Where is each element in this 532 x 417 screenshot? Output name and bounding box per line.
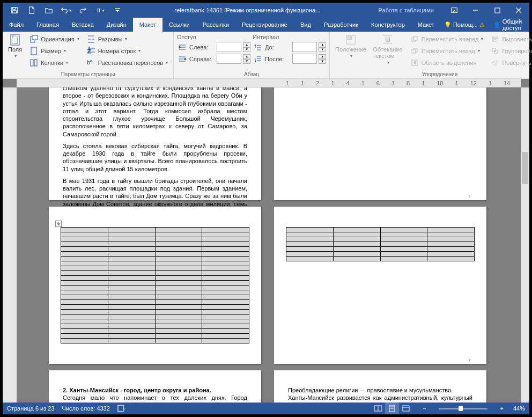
orientation-button[interactable]: Ориентация▾ bbox=[26, 33, 81, 45]
share-button[interactable]: 👤Общий доступ bbox=[490, 18, 525, 31]
columns-button[interactable]: Колонки▾ bbox=[26, 57, 81, 68]
save-button[interactable] bbox=[6, 3, 23, 18]
statusbar: Страница 6 из 23 Число слов: 4332 − + 44… bbox=[3, 403, 529, 414]
tab-home[interactable]: Главная bbox=[30, 18, 65, 32]
line-numbers-button[interactable]: 12Номера строк▾ bbox=[84, 45, 170, 56]
horizontal-ruler[interactable]: 1121416181101121141 bbox=[17, 79, 521, 87]
svg-rect-2 bbox=[13, 11, 17, 13]
equation-button[interactable]: π▾ bbox=[92, 3, 109, 18]
selection-pane-button: Область выделения bbox=[407, 57, 486, 68]
read-mode-button[interactable] bbox=[371, 403, 385, 414]
group-paragraph: Отступ Слева:▲▼ Справа:▲▼ Интервал До:▲▼… bbox=[174, 32, 330, 78]
tab-view[interactable]: Вид bbox=[294, 18, 317, 32]
page-5: 5 bbox=[274, 87, 486, 200]
svg-text:bª: bª bbox=[87, 59, 93, 65]
spacing-after-icon bbox=[253, 54, 263, 64]
vertical-scrollbar[interactable] bbox=[521, 87, 529, 403]
group-icon bbox=[490, 46, 500, 56]
align-icon bbox=[490, 34, 500, 45]
indent-right-input[interactable] bbox=[217, 54, 241, 64]
line-numbers-icon: 12 bbox=[86, 46, 97, 56]
tab-developer[interactable]: Разработчик bbox=[317, 18, 365, 32]
maximize-button[interactable] bbox=[486, 3, 508, 18]
breaks-icon bbox=[86, 34, 97, 45]
spacing-before-icon bbox=[253, 42, 263, 53]
workspace: 1121416181101121141 слишком удалено от с… bbox=[3, 79, 529, 403]
tab-references[interactable]: Ссылки bbox=[162, 18, 196, 32]
document-table-1[interactable] bbox=[61, 227, 249, 343]
zoom-out-button[interactable]: − bbox=[420, 405, 428, 412]
tab-table-layout[interactable]: Макет bbox=[411, 18, 441, 32]
redo-button[interactable] bbox=[75, 3, 92, 18]
svg-rect-54 bbox=[403, 406, 409, 411]
spell-check-icon[interactable] bbox=[117, 405, 126, 412]
hyphenation-button[interactable]: bªРасстановка переносов▾ bbox=[84, 57, 170, 68]
svg-rect-12 bbox=[32, 35, 38, 40]
spacing-after-input[interactable] bbox=[292, 54, 317, 64]
vertical-ruler[interactable] bbox=[3, 87, 17, 403]
minimize-button[interactable] bbox=[465, 3, 486, 18]
web-layout-button[interactable] bbox=[399, 403, 413, 414]
indent-right[interactable]: Справа:▲▼ bbox=[177, 53, 250, 64]
table-move-handle[interactable]: ✥ bbox=[55, 221, 62, 227]
close-button[interactable] bbox=[508, 3, 529, 18]
print-layout-button[interactable] bbox=[385, 403, 399, 414]
size-icon bbox=[28, 46, 39, 56]
new-doc-button[interactable] bbox=[23, 3, 40, 18]
open-button[interactable] bbox=[40, 3, 57, 18]
svg-rect-47 bbox=[494, 50, 498, 54]
svg-rect-41 bbox=[412, 49, 416, 53]
svg-rect-39 bbox=[413, 36, 417, 40]
undo-button[interactable]: ▾ bbox=[57, 3, 75, 18]
tab-insert[interactable]: Вставка bbox=[65, 18, 100, 32]
spacing-after[interactable]: После:▲▼ bbox=[253, 53, 326, 64]
svg-rect-15 bbox=[34, 60, 37, 66]
word-count[interactable]: Число слов: 4332 bbox=[62, 405, 110, 412]
indent-right-icon bbox=[177, 54, 188, 64]
svg-rect-34 bbox=[348, 37, 352, 40]
page-7: 7 bbox=[274, 207, 486, 364]
qat-customize[interactable] bbox=[109, 3, 126, 18]
indent-left-input[interactable] bbox=[217, 42, 241, 52]
tab-mailings[interactable]: Рассылки bbox=[196, 18, 235, 32]
wrap-text-button: Обтекание текстом▾ bbox=[371, 33, 404, 66]
tab-constructor[interactable]: Конструктор bbox=[365, 18, 411, 32]
zoom-slider[interactable] bbox=[439, 408, 487, 409]
tab-design[interactable]: Дизайн bbox=[100, 18, 133, 32]
view-switcher bbox=[371, 403, 413, 414]
page-8: 2. Ханты-Мансийск - город, центр округа … bbox=[49, 370, 261, 403]
svg-rect-48 bbox=[118, 405, 123, 412]
hyphenation-icon: bª bbox=[86, 57, 97, 68]
document-canvas[interactable]: слишком удалено от сургутских и кондинск… bbox=[17, 87, 521, 403]
menubar: Файл Главная Вставка Дизайн Макет Ссылки… bbox=[3, 18, 529, 32]
bulb-icon: 💡 bbox=[444, 21, 452, 28]
tab-file[interactable]: Файл bbox=[3, 18, 30, 32]
position-button: Положение▾ bbox=[333, 33, 368, 60]
indent-left[interactable]: Слева:▲▼ bbox=[177, 41, 250, 53]
zoom-thumb[interactable] bbox=[459, 406, 463, 411]
zoom-in-button[interactable]: + bbox=[498, 405, 506, 412]
size-button[interactable]: Размер▾ bbox=[26, 45, 81, 56]
svg-rect-1 bbox=[13, 8, 16, 10]
group-page-setup: Поля ▾ Ориентация▾ Размер▾ Колонки▾ Разр… bbox=[3, 32, 174, 78]
breaks-button[interactable]: Разрывы▾ bbox=[84, 33, 170, 45]
tab-review[interactable]: Рецензирование bbox=[235, 18, 294, 32]
document-table-2[interactable] bbox=[286, 227, 475, 261]
page-indicator[interactable]: Страница 6 из 23 bbox=[7, 405, 55, 412]
ribbon: Поля ▾ Ориентация▾ Размер▾ Колонки▾ Разр… bbox=[3, 32, 529, 79]
rotate-icon bbox=[490, 57, 500, 68]
tell-me[interactable]: 💡Помощ...⚠ bbox=[441, 21, 488, 28]
user-icon: 👤 bbox=[493, 21, 501, 28]
align-button: Выровнять▾ bbox=[487, 33, 532, 45]
margins-button[interactable]: Поля ▾ bbox=[6, 33, 24, 60]
indent-left-icon bbox=[177, 42, 188, 53]
columns-icon bbox=[28, 57, 39, 68]
svg-rect-6 bbox=[494, 8, 499, 12]
tab-layout[interactable]: Макет bbox=[133, 18, 162, 32]
spacing-before[interactable]: До:▲▼ bbox=[253, 41, 326, 53]
ribbon-options-button[interactable] bbox=[444, 3, 465, 18]
zoom-level[interactable]: 44% bbox=[513, 405, 525, 412]
page-9: Преобладающие религии — православие и му… bbox=[274, 370, 486, 403]
scroll-thumb[interactable] bbox=[522, 152, 528, 184]
spacing-before-input[interactable] bbox=[292, 42, 317, 52]
